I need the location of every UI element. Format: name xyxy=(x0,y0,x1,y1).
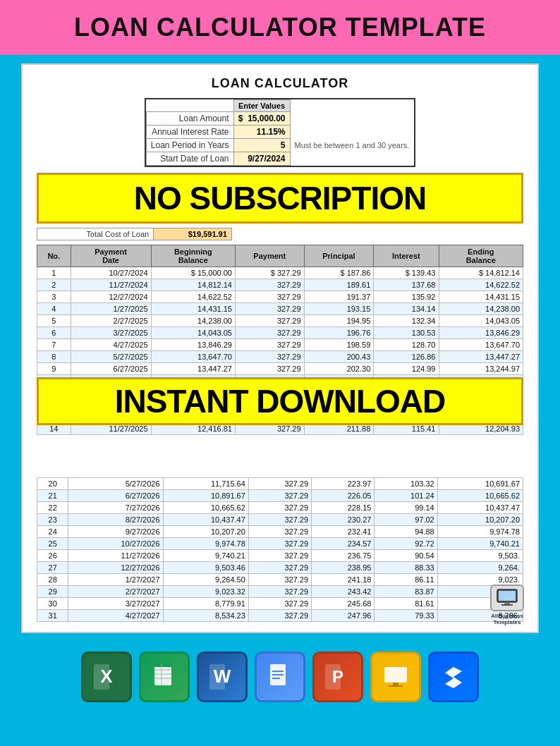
table-row: 303/27/20278,779.91327.29245.6881.618,53… xyxy=(37,598,523,610)
svg-rect-1 xyxy=(499,591,516,601)
start-date-label: Start Date of Loan xyxy=(146,152,233,166)
table-row: 85/27/202513,647.70327.29200.43126.8613,… xyxy=(37,351,523,363)
svg-rect-6 xyxy=(154,664,171,685)
svg-rect-22 xyxy=(389,685,403,687)
table-row: 211/27/202414,812.14327.29189.61137.6814… xyxy=(37,279,523,291)
svg-text:P: P xyxy=(332,667,343,686)
header-bar: LOAN CALCULATOR TEMPLATE xyxy=(0,0,560,55)
svg-rect-20 xyxy=(384,667,407,683)
col-principal: Principal xyxy=(304,245,374,267)
table-row: 63/27/202514,043.05327.29196.76130.5313,… xyxy=(37,327,523,339)
no-subscription-banner: NO SUBSCRIPTION xyxy=(37,173,523,224)
enter-values-header: Enter Values xyxy=(233,100,290,112)
excel-icon[interactable]: X xyxy=(81,652,132,702)
col-payment: Payment xyxy=(235,245,304,267)
table-row: 312/27/202414,622.52327.29191.37135.9214… xyxy=(37,291,523,303)
col-no: No. xyxy=(37,245,71,267)
table-row: 2712/27/20269,503.46327.29238.9588.339,2… xyxy=(37,562,523,574)
col-interest: Interest xyxy=(374,245,439,267)
col-beginning-balance: BeginningBalance xyxy=(151,245,235,267)
table-row: 205/27/202611,715.64327.29223.97103.3210… xyxy=(37,478,523,490)
total-cost-value: $19,591.91 xyxy=(154,228,232,240)
svg-rect-7 xyxy=(154,664,171,667)
table-row: 227/27/202610,665.62327.29228.1599.1410,… xyxy=(37,502,523,514)
svg-rect-21 xyxy=(393,683,398,685)
powerpoint-icon[interactable]: P xyxy=(312,652,363,702)
sheets-icon[interactable] xyxy=(139,652,190,702)
loan-amount-value[interactable]: $ 15,000.00 xyxy=(233,112,290,126)
start-date-value[interactable]: 9/27/2024 xyxy=(233,152,290,166)
bottom-amort: 205/27/202611,715.64327.29223.97103.3210… xyxy=(37,477,523,622)
allbiz-icon xyxy=(490,585,524,611)
table-row: 249/27/202610,207.20327.29232.4194.889,9… xyxy=(37,526,523,538)
docs-icon[interactable] xyxy=(255,652,305,702)
table-row: 74/27/202513,846.29327.29198.59128.7013,… xyxy=(37,339,523,351)
monitor-icon xyxy=(496,588,518,608)
loan-period-value[interactable]: 5 xyxy=(233,139,290,152)
interest-rate-value[interactable]: 11.15% xyxy=(233,126,290,139)
bottom-icons-bar: X W P xyxy=(0,642,560,702)
loan-period-note: Must be between 1 and 30 years. xyxy=(290,139,414,152)
instant-download-banner: INSTANT DOWNLOAD xyxy=(37,377,523,425)
amortization-table-bottom: 205/27/202611,715.64327.29223.97103.3210… xyxy=(37,477,523,622)
svg-marker-23 xyxy=(445,667,462,688)
input-section: Enter Values Loan Amount $ 15,000.00 Ann… xyxy=(37,98,523,167)
table-row: 96/27/202513,447.27327.29202.30124.9913,… xyxy=(37,363,523,375)
amortization-section: No. PaymentDate BeginningBalance Payment… xyxy=(37,245,523,622)
interest-rate-label: Annual Interest Rate xyxy=(146,126,233,139)
table-row: 238/27/202610,437.47327.29230.2797.0210,… xyxy=(37,514,523,526)
svg-text:W: W xyxy=(214,666,231,687)
table-row: 292/27/20279,023.32327.29243.4283.878,77… xyxy=(37,586,523,598)
table-row: 2611/27/20269,740.21327.29236.7590.549,5… xyxy=(37,550,523,562)
word-icon[interactable]: W xyxy=(197,652,248,702)
loan-period-label: Loan Period in Years xyxy=(146,139,233,152)
svg-rect-3 xyxy=(501,604,513,606)
table-row: 281/27/20279,264.50327.29241.1886.119,02… xyxy=(37,574,523,586)
table-row: 41/27/202514,431.15327.29193.15134.1414,… xyxy=(37,303,523,315)
input-table: Enter Values Loan Amount $ 15,000.00 Ann… xyxy=(145,98,415,167)
dropbox-icon[interactable] xyxy=(428,652,479,702)
col-ending-balance: EndingBalance xyxy=(439,245,523,267)
slides-icon[interactable] xyxy=(370,652,421,702)
main-card: LOAN CALCULATOR Enter Values Loan Amount… xyxy=(21,63,539,633)
table-row: 216/27/202610,891.67327.29226.05101.2410… xyxy=(37,490,523,502)
allbiz-name-text: AllBusinessTemplates xyxy=(491,613,523,626)
summary-section: Total Cost of Loan $19,591.91 xyxy=(37,228,523,240)
total-cost-label: Total Cost of Loan xyxy=(37,228,154,240)
loan-amount-label: Loan Amount xyxy=(146,112,233,126)
table-row: 2510/27/20269,974.78327.29234.5792.729,7… xyxy=(37,538,523,550)
table-row: 314/27/20278,534.23327.29247.9679.338,28… xyxy=(37,610,523,622)
calculator-title: LOAN CALCULATOR xyxy=(37,76,523,91)
table-row: 110/27/2024$ 15,000.00$ 327.29$ 187.86$ … xyxy=(37,267,523,279)
col-payment-date: PaymentDate xyxy=(71,245,151,267)
svg-text:X: X xyxy=(100,666,113,687)
table-row: 52/27/202514,238.00327.29194.95132.3414,… xyxy=(37,315,523,327)
allbiz-logo: AllBusinessTemplates xyxy=(482,585,532,626)
svg-rect-2 xyxy=(504,602,510,604)
page-title: LOAN CALCULATOR TEMPLATE xyxy=(7,13,553,42)
